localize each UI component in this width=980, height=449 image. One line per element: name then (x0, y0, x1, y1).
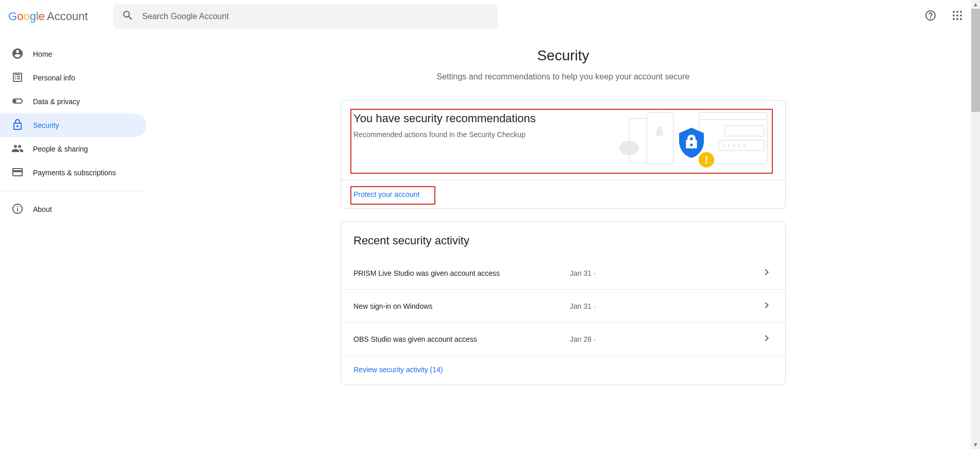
id-card-icon (11, 71, 24, 85)
svg-point-3 (953, 14, 955, 16)
sidebar-item-label: Home (33, 50, 52, 58)
logo[interactable]: Google Account (8, 10, 113, 23)
page-subtitle: Settings and recommendations to help you… (437, 72, 690, 81)
apps-button[interactable] (947, 6, 968, 27)
security-illustration: ! (618, 112, 773, 170)
header-actions (920, 6, 972, 27)
svg-point-5 (960, 14, 962, 16)
main-content: Security Settings and recommendations to… (146, 33, 980, 385)
sidebar-item-label: Personal info (33, 74, 75, 82)
sidebar-item-label: Security (33, 121, 59, 129)
sidebar-item-home[interactable]: Home (0, 42, 146, 66)
svg-point-4 (956, 14, 958, 16)
sidebar-item-label: Data & privacy (33, 97, 80, 106)
scroll-up-arrow-icon[interactable]: ▲ (971, 0, 980, 9)
svg-point-0 (953, 11, 955, 13)
activity-date: Jan 31 (570, 302, 592, 310)
recent-activity-card: Recent security activity PRISM Live Stud… (341, 221, 786, 385)
activity-row[interactable]: PRISM Live Studio was given account acce… (341, 257, 785, 290)
google-logo-text: Google (8, 10, 45, 23)
search-bar[interactable] (113, 4, 498, 29)
sidebar-item-payments[interactable]: Payments & subscriptions (0, 161, 146, 185)
svg-point-8 (960, 18, 962, 20)
sidebar-item-label: About (33, 205, 52, 213)
help-icon (924, 9, 937, 24)
page-title: Security (537, 47, 589, 64)
warning-badge-icon: ! (699, 152, 714, 168)
credit-card-icon (11, 166, 24, 180)
activity-date: Jan 28 (570, 335, 592, 343)
svg-point-2 (960, 11, 962, 13)
activity-date: Jan 31 (570, 269, 592, 277)
lock-icon (11, 119, 24, 132)
highlight-box-cta (350, 186, 435, 205)
svg-point-6 (953, 18, 955, 20)
account-circle-icon (11, 47, 24, 61)
sidebar-item-about[interactable]: About (0, 197, 146, 221)
chevron-right-icon (761, 299, 773, 313)
help-button[interactable] (920, 6, 941, 27)
sidebar-item-people-sharing[interactable]: People & sharing (0, 137, 146, 161)
chevron-right-icon (761, 332, 773, 346)
scrollbar-thumb[interactable] (971, 9, 980, 112)
search-icon (122, 9, 134, 24)
activity-description: PRISM Live Studio was given account acce… (353, 269, 570, 277)
sidebar-item-security[interactable]: Security (0, 113, 146, 137)
sidebar-item-data-privacy[interactable]: Data & privacy (0, 90, 146, 113)
security-recommendation-card: You have security recommendations Recomm… (341, 100, 786, 209)
sidebar-item-label: Payments & subscriptions (33, 169, 116, 177)
activity-card-title: Recent security activity (341, 222, 785, 252)
account-word: Account (47, 10, 88, 23)
sidebar: Home Personal info Data & privacy Securi… (0, 33, 146, 385)
activity-row[interactable]: OBS Studio was given account access Jan … (341, 323, 785, 355)
review-activity-link[interactable]: Review security activity (14) (353, 365, 443, 374)
activity-row[interactable]: New sign-in on Windows Jan 31 · (341, 290, 785, 323)
activity-description: New sign-in on Windows (353, 302, 570, 310)
activity-description: OBS Studio was given account access (353, 335, 570, 343)
info-icon (11, 203, 24, 217)
chevron-right-icon (761, 266, 773, 280)
sidebar-item-label: People & sharing (33, 145, 88, 153)
svg-point-7 (956, 18, 958, 20)
search-input[interactable] (142, 12, 489, 21)
apps-grid-icon (951, 9, 964, 24)
svg-point-1 (956, 11, 958, 13)
people-icon (11, 142, 24, 156)
toggle-icon (11, 95, 24, 109)
header: Google Account (0, 0, 980, 33)
scrollbar[interactable]: ▲ ▼ (971, 0, 980, 385)
sidebar-item-personal-info[interactable]: Personal info (0, 66, 146, 90)
